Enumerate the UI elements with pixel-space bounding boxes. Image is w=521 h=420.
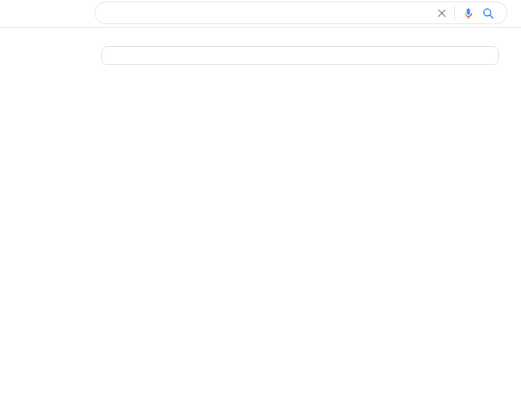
search-results-page bbox=[0, 28, 521, 65]
searchbar-divider bbox=[454, 6, 455, 20]
search-bar[interactable] bbox=[95, 2, 507, 24]
search-header bbox=[0, 0, 521, 28]
clear-search-icon[interactable] bbox=[432, 3, 451, 23]
search-input[interactable] bbox=[108, 8, 432, 18]
people-also-ask-box bbox=[101, 46, 499, 65]
search-submit-icon[interactable] bbox=[478, 3, 498, 23]
voice-search-mic-icon[interactable] bbox=[458, 3, 478, 23]
people-also-ask-title bbox=[102, 47, 498, 64]
